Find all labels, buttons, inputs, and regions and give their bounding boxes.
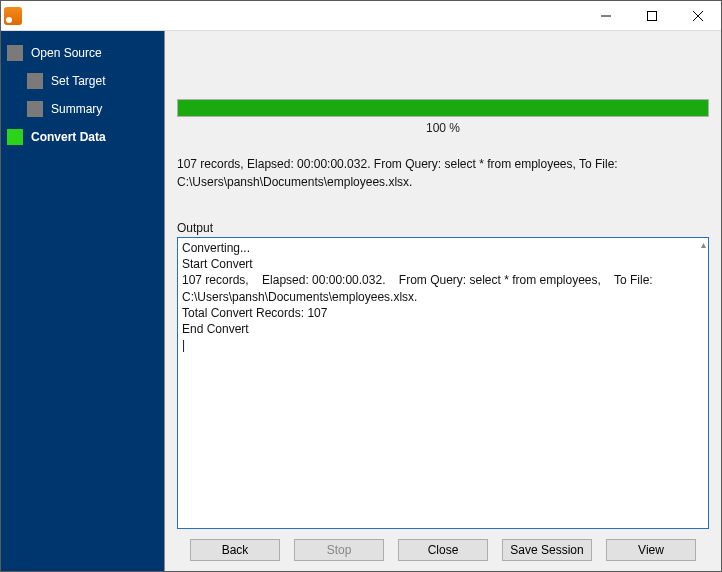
summary-line: 107 records, Elapsed: 00:00:00.032. From… [177, 155, 709, 173]
titlebar [1, 1, 721, 31]
sidebar-item-convert-data[interactable]: Convert Data [1, 123, 164, 151]
output-section: Output ▴Converting... Start Convert 107 … [177, 221, 709, 529]
progress-bar [177, 99, 709, 117]
app-icon [4, 7, 22, 25]
save-session-button[interactable]: Save Session [502, 539, 592, 561]
output-label: Output [177, 221, 709, 235]
sidebar-item-label: Set Target [51, 74, 105, 88]
sidebar-item-summary[interactable]: Summary [1, 95, 164, 123]
sidebar-item-label: Summary [51, 102, 102, 116]
close-window-button[interactable] [675, 1, 721, 30]
progress-percent-label: 100 % [426, 121, 460, 135]
window-controls [583, 1, 721, 30]
summary-text: 107 records, Elapsed: 00:00:00.032. From… [177, 155, 709, 191]
svg-rect-1 [648, 11, 657, 20]
button-row: Back Stop Close Save Session View [177, 529, 709, 561]
scroll-up-icon: ▴ [701, 238, 706, 252]
step-node-icon [7, 45, 23, 61]
sidebar-item-label: Convert Data [31, 130, 106, 144]
sidebar-item-label: Open Source [31, 46, 102, 60]
content: Open Source Set Target Summary Convert D… [1, 31, 721, 571]
view-button[interactable]: View [606, 539, 696, 561]
output-text: Converting... Start Convert 107 records,… [182, 241, 656, 352]
minimize-button[interactable] [583, 1, 629, 30]
progress-fill [178, 100, 708, 116]
step-node-icon [27, 101, 43, 117]
sidebar-item-open-source[interactable]: Open Source [1, 39, 164, 67]
back-button[interactable]: Back [190, 539, 280, 561]
progress-section: 100 % [177, 99, 709, 135]
close-button[interactable]: Close [398, 539, 488, 561]
stop-button: Stop [294, 539, 384, 561]
summary-line: C:\Users\pansh\Documents\employees.xlsx. [177, 173, 709, 191]
sidebar: Open Source Set Target Summary Convert D… [1, 31, 164, 571]
step-node-icon [27, 73, 43, 89]
titlebar-left [1, 7, 28, 25]
main-panel: 100 % 107 records, Elapsed: 00:00:00.032… [164, 31, 721, 571]
output-textarea[interactable]: ▴Converting... Start Convert 107 records… [177, 237, 709, 529]
sidebar-item-set-target[interactable]: Set Target [1, 67, 164, 95]
maximize-button[interactable] [629, 1, 675, 30]
step-node-icon [7, 129, 23, 145]
spacer [177, 39, 709, 99]
